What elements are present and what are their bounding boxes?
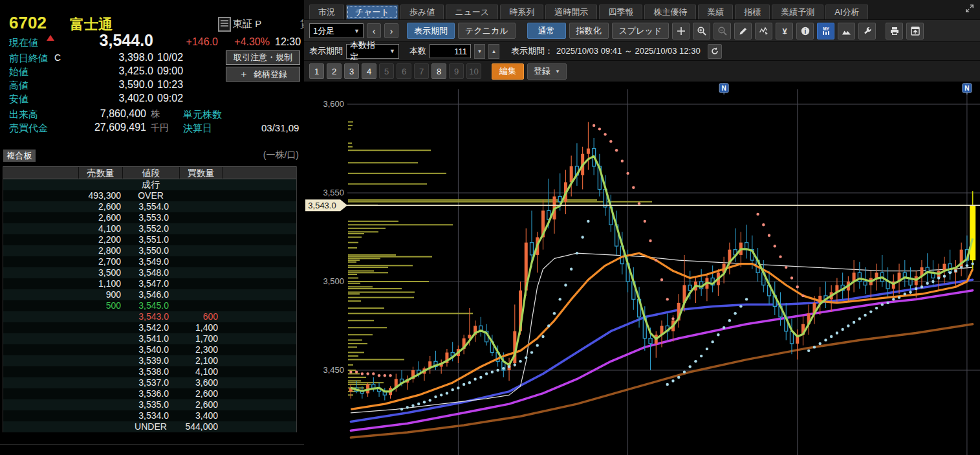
pencil-icon[interactable]: [734, 23, 752, 39]
tab-業績[interactable]: 業績: [698, 5, 733, 19]
order-book-row[interactable]: 3,538.04,100: [3, 366, 296, 377]
tab-チャート[interactable]: チャート: [346, 5, 398, 19]
buy-qty: [179, 212, 222, 223]
chart-gridlines: [347, 89, 980, 455]
zoom-in-icon[interactable]: [693, 23, 710, 39]
tab-指標[interactable]: 指標: [735, 5, 770, 19]
my-chart-icon[interactable]: MY: [817, 23, 834, 39]
count-up-button[interactable]: ▲: [488, 44, 499, 59]
spread-mode-button[interactable]: スプレッド: [612, 23, 670, 39]
order-book-row[interactable]: 3,541.01,700: [3, 333, 296, 344]
order-book-row[interactable]: 3,543.0600: [3, 311, 296, 322]
count-down-button[interactable]: ▼: [474, 44, 485, 59]
buy-qty: [179, 190, 222, 201]
preset-button-3[interactable]: 3: [344, 63, 359, 79]
tab-市況[interactable]: 市況: [309, 5, 344, 19]
register-preset-button[interactable]: 登録▼: [527, 63, 567, 80]
printer-icon[interactable]: [886, 23, 903, 39]
preset-button-8[interactable]: 8: [431, 63, 446, 79]
candlestick-chart[interactable]: 3,543.0NN3,6003,5503,5003,4503,400: [304, 82, 980, 455]
technical-button[interactable]: テクニカル: [458, 23, 516, 39]
edit-button[interactable]: 編集: [492, 63, 524, 80]
preset-button-2[interactable]: 2: [327, 63, 342, 79]
quote-row-label: 前日終値: [9, 52, 48, 65]
board-list-icon[interactable]: [218, 17, 231, 32]
price: 3,548.0: [122, 267, 179, 278]
zoom-out-icon[interactable]: [713, 23, 731, 39]
buy-qty: [179, 179, 222, 190]
order-book-row[interactable]: 9003,546.0: [3, 289, 296, 300]
order-book-row[interactable]: 493,300OVER: [3, 190, 296, 201]
trade-caution-button[interactable]: 取引注意・規制: [226, 50, 300, 65]
chart-area[interactable]: 3,543.0NN3,6003,5503,5003,4503,400: [304, 82, 980, 455]
quote-row-label: 安値: [9, 93, 28, 105]
price: 3,546.0: [122, 289, 179, 300]
bar-count-input[interactable]: 111: [430, 44, 471, 58]
order-book-row[interactable]: 2,6003,553.0: [3, 212, 296, 223]
order-book-row[interactable]: 2,8003,550.0: [3, 245, 296, 256]
order-book-row[interactable]: 5003,545.0: [3, 300, 296, 311]
margin-flag: 貸: [300, 18, 304, 30]
order-book-row[interactable]: 2,7003,549.0: [3, 256, 296, 267]
tab-時系列[interactable]: 時系列: [500, 5, 543, 19]
tab-歩み値[interactable]: 歩み値: [400, 5, 444, 19]
chart-panel: 市況チャート歩み値ニュース時系列適時開示四季報株主優待業績指標業績予測AI分析 …: [304, 0, 980, 455]
next-button[interactable]: ›: [384, 23, 398, 38]
order-book-row[interactable]: 3,534.03,400: [3, 410, 296, 421]
tab-業績予測[interactable]: 業績予測: [772, 5, 823, 19]
sell-qty: 2,600: [78, 201, 122, 212]
mountain-chart-icon[interactable]: [838, 23, 855, 39]
display-period-button[interactable]: 表示期間: [407, 23, 455, 39]
preset-button-10[interactable]: 10: [466, 63, 481, 79]
order-book-row[interactable]: 3,540.02,300: [3, 344, 296, 355]
settlement-date: 03/31,09: [261, 122, 304, 133]
order-book-row[interactable]: 1,1003,547.0: [3, 278, 296, 289]
normal-mode-button[interactable]: 通常: [527, 23, 566, 39]
expand-window-icon[interactable]: [964, 3, 975, 14]
info-icon[interactable]: i: [796, 23, 814, 39]
order-book-row[interactable]: UNDER544,000: [3, 421, 296, 432]
tab-適時開示[interactable]: 適時開示: [545, 5, 597, 19]
quote-panel: 6702 富士通 東証 P 貸 現在値 3,544.0 +146.0 +4.30…: [0, 0, 304, 455]
crosshair-icon[interactable]: [672, 23, 690, 39]
order-book-row[interactable]: 成行: [3, 179, 296, 190]
price-change: +146.0: [175, 36, 218, 48]
order-book-row[interactable]: 3,536.02,600: [3, 388, 296, 399]
order-book-row[interactable]: 3,537.03,600: [3, 377, 296, 388]
prev-button[interactable]: ‹: [367, 23, 381, 38]
preset-button-9[interactable]: 9: [449, 63, 464, 79]
trend-cursor-icon[interactable]: [755, 23, 772, 39]
preset-button-1[interactable]: 1: [309, 63, 324, 79]
tab-ニュース[interactable]: ニュース: [446, 5, 498, 19]
tab-四季報[interactable]: 四季報: [599, 5, 642, 19]
order-book-row[interactable]: 4,1003,552.0: [3, 223, 296, 234]
svg-text:3,450: 3,450: [323, 365, 344, 375]
preset-button-6[interactable]: 6: [397, 63, 411, 79]
order-book-row[interactable]: 2,6003,554.0: [3, 201, 296, 212]
order-book-row[interactable]: 2,2003,551.0: [3, 234, 296, 245]
order-book-row[interactable]: 3,542.01,400: [3, 322, 296, 333]
sell-qty: 900: [78, 289, 122, 300]
price: 3,550.0: [122, 245, 179, 256]
reset-period-button[interactable]: [708, 44, 722, 59]
buy-qty: 1,700: [179, 333, 222, 344]
period-mode-select[interactable]: 本数指定▼: [346, 44, 399, 59]
tab-AI分析[interactable]: AI分析: [825, 5, 868, 19]
export-window-icon[interactable]: [906, 23, 924, 39]
yen-icon[interactable]: ¥: [776, 23, 793, 39]
preset-button-4[interactable]: 4: [362, 63, 376, 79]
preset-button-5[interactable]: 5: [379, 63, 394, 79]
wrench-icon[interactable]: [858, 23, 876, 39]
interval-select[interactable]: 1分足▼: [309, 23, 364, 38]
order-book-row[interactable]: 3,535.02,600: [3, 399, 296, 410]
register-symbol-button[interactable]: ＋銘柄登録: [226, 67, 300, 82]
order-book-row[interactable]: 3,5003,548.0: [3, 267, 296, 278]
tab-株主優待[interactable]: 株主優待: [644, 5, 696, 19]
composite-board-button[interactable]: 複合板: [3, 150, 36, 162]
preset-button-7[interactable]: 7: [414, 63, 429, 79]
svg-text:N: N: [722, 85, 726, 92]
order-book-row[interactable]: 3,539.02,100: [3, 355, 296, 366]
indexed-mode-button[interactable]: 指数化: [569, 23, 609, 39]
quote-row-label: 始値: [9, 66, 28, 78]
sell-qty: 493,300: [78, 190, 122, 201]
